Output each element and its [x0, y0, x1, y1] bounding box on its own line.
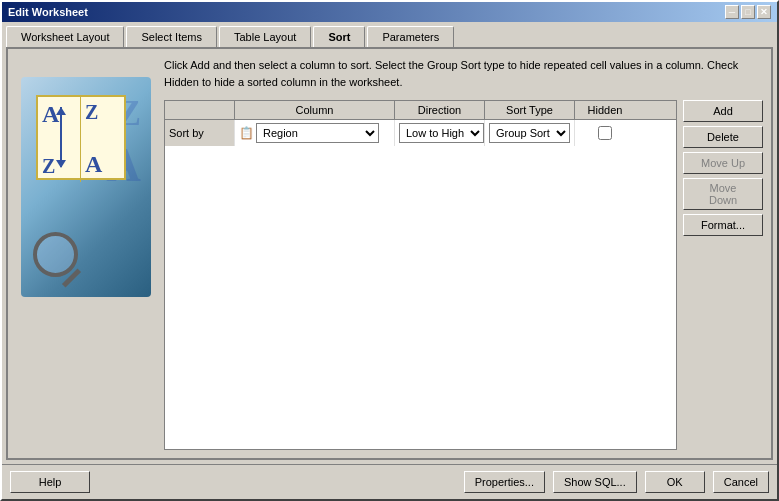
column-select-cell: 📋 Region — [235, 120, 395, 146]
add-button[interactable]: Add — [683, 100, 763, 122]
properties-button[interactable]: Properties... — [464, 471, 545, 493]
close-button[interactable]: ✕ — [757, 5, 771, 19]
bottom-bar: Help Properties... Show SQL... OK Cancel — [2, 464, 777, 499]
tab-worksheet-layout[interactable]: Worksheet Layout — [6, 26, 124, 47]
sort-table-container: Column Direction Sort Type Hidden Sort b… — [164, 100, 677, 450]
main-window: Edit Worksheet ─ □ ✕ Worksheet Layout Se… — [0, 0, 779, 501]
sort-by-label: Sort by — [165, 120, 235, 146]
magnifier-icon — [33, 232, 78, 277]
maximize-button[interactable]: □ — [741, 5, 755, 19]
column-dropdown[interactable]: Region — [256, 123, 379, 143]
ok-button[interactable]: OK — [645, 471, 705, 493]
title-bar-buttons: ─ □ ✕ — [725, 5, 771, 19]
sort-book-illustration: A Z Z A — [36, 95, 126, 180]
table-and-buttons: Column Direction Sort Type Hidden Sort b… — [164, 100, 763, 450]
col-header-column: Column — [235, 101, 395, 119]
bottom-bar-left: Help — [10, 471, 90, 493]
hidden-checkbox[interactable] — [598, 126, 612, 140]
bottom-bar-right: Properties... Show SQL... OK Cancel — [464, 471, 769, 493]
col-header-hidden: Hidden — [575, 101, 635, 119]
table-header: Column Direction Sort Type Hidden — [165, 101, 676, 120]
format-button[interactable]: Format... — [683, 214, 763, 236]
sort-type-cell: Group Sort Value Sort — [485, 120, 575, 146]
tabs-row: Worksheet Layout Select Items Table Layo… — [2, 22, 777, 47]
cancel-button[interactable]: Cancel — [713, 471, 769, 493]
tab-parameters[interactable]: Parameters — [367, 26, 454, 47]
col-header-direction: Direction — [395, 101, 485, 119]
minimize-button[interactable]: ─ — [725, 5, 739, 19]
content-area: Click Add and then select a column to so… — [164, 57, 763, 450]
move-up-button[interactable]: Move Up — [683, 152, 763, 174]
title-bar: Edit Worksheet ─ □ ✕ — [2, 2, 777, 22]
move-down-button[interactable]: Move Down — [683, 178, 763, 210]
tab-table-layout[interactable]: Table Layout — [219, 26, 311, 47]
show-sql-button[interactable]: Show SQL... — [553, 471, 637, 493]
sort-type-dropdown[interactable]: Group Sort Value Sort — [489, 123, 570, 143]
main-content: A Z Z A A Z Z — [6, 47, 773, 460]
delete-button[interactable]: Delete — [683, 126, 763, 148]
tab-select-items[interactable]: Select Items — [126, 26, 217, 47]
column-icon: 📋 — [239, 126, 254, 140]
tab-sort[interactable]: Sort — [313, 26, 365, 48]
sort-table: Column Direction Sort Type Hidden Sort b… — [164, 100, 677, 450]
window-title: Edit Worksheet — [8, 6, 88, 18]
right-buttons: Add Delete Move Up Move Down Format... — [683, 100, 763, 450]
description-text: Click Add and then select a column to so… — [164, 57, 763, 90]
column-select-wrapper: 📋 Region — [239, 123, 379, 143]
direction-dropdown[interactable]: Low to High High to Low — [399, 123, 484, 143]
hidden-cell — [575, 120, 635, 146]
illustration: A Z Z A A Z Z — [21, 77, 151, 297]
col-header-sortby — [165, 101, 235, 119]
table-row: Sort by 📋 Region — [165, 120, 676, 146]
direction-cell: Low to High High to Low — [395, 120, 485, 146]
col-header-sorttype: Sort Type — [485, 101, 575, 119]
left-panel: A Z Z A A Z Z — [16, 57, 156, 450]
illustration-bg: A Z Z A A Z Z — [21, 77, 151, 297]
help-button[interactable]: Help — [10, 471, 90, 493]
